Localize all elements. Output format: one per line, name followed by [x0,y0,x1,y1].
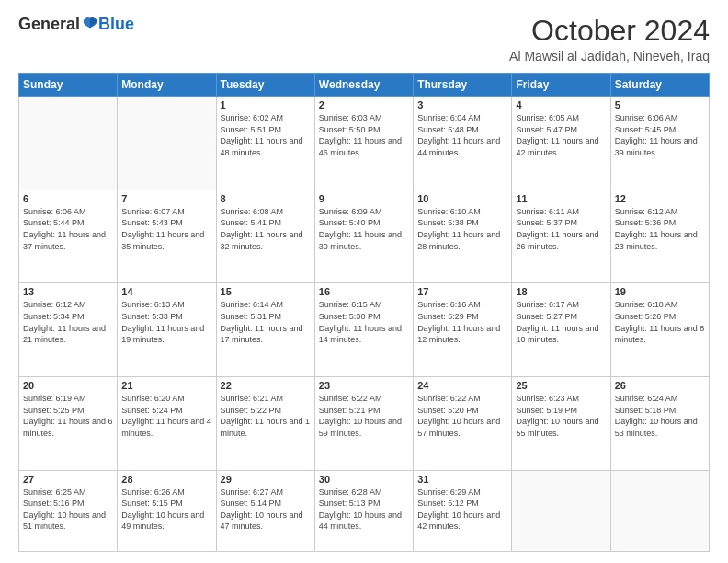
day-info: Sunrise: 6:20 AM Sunset: 5:24 PM Dayligh… [121,393,211,439]
calendar-day-header: Saturday [610,74,709,97]
calendar-week-row: 27Sunrise: 6:25 AM Sunset: 5:16 PM Dayli… [19,470,710,551]
day-info: Sunrise: 6:11 AM Sunset: 5:37 PM Dayligh… [516,206,606,252]
day-number: 23 [319,380,409,391]
calendar-cell: 8Sunrise: 6:08 AM Sunset: 5:41 PM Daylig… [216,190,314,283]
calendar-cell: 17Sunrise: 6:16 AM Sunset: 5:29 PM Dayli… [414,283,512,377]
calendar-header-row: SundayMondayTuesdayWednesdayThursdayFrid… [19,74,710,97]
day-info: Sunrise: 6:17 AM Sunset: 5:27 PM Dayligh… [516,299,606,345]
calendar-cell: 12Sunrise: 6:12 AM Sunset: 5:36 PM Dayli… [610,190,709,283]
calendar-cell [512,470,610,551]
day-number: 26 [615,380,705,391]
calendar-cell: 6Sunrise: 6:06 AM Sunset: 5:44 PM Daylig… [19,190,118,283]
calendar-day-header: Thursday [414,74,512,97]
day-number: 16 [319,286,409,297]
calendar-table: SundayMondayTuesdayWednesdayThursdayFrid… [18,73,710,552]
day-info: Sunrise: 6:14 AM Sunset: 5:31 PM Dayligh… [221,299,311,345]
day-number: 30 [319,474,409,485]
calendar-cell: 14Sunrise: 6:13 AM Sunset: 5:33 PM Dayli… [118,283,216,377]
day-info: Sunrise: 6:12 AM Sunset: 5:36 PM Dayligh… [615,206,705,252]
location-title: Al Mawsil al Jadidah, Nineveh, Iraq [509,49,710,63]
day-info: Sunrise: 6:18 AM Sunset: 5:26 PM Dayligh… [615,299,705,345]
day-number: 6 [23,193,113,204]
day-info: Sunrise: 6:27 AM Sunset: 5:14 PM Dayligh… [221,487,311,533]
day-info: Sunrise: 6:28 AM Sunset: 5:13 PM Dayligh… [319,487,409,533]
calendar-cell: 5Sunrise: 6:06 AM Sunset: 5:45 PM Daylig… [610,97,709,190]
day-info: Sunrise: 6:12 AM Sunset: 5:34 PM Dayligh… [23,299,113,345]
calendar-cell: 13Sunrise: 6:12 AM Sunset: 5:34 PM Dayli… [19,283,118,377]
day-number: 22 [221,380,311,391]
calendar-cell: 9Sunrise: 6:09 AM Sunset: 5:40 PM Daylig… [314,190,413,283]
calendar-cell [118,97,216,190]
calendar-week-row: 20Sunrise: 6:19 AM Sunset: 5:25 PM Dayli… [19,376,710,470]
day-number: 29 [221,474,311,485]
calendar-cell: 28Sunrise: 6:26 AM Sunset: 5:15 PM Dayli… [118,470,216,551]
day-info: Sunrise: 6:10 AM Sunset: 5:38 PM Dayligh… [417,206,507,252]
day-number: 12 [615,193,705,204]
day-info: Sunrise: 6:06 AM Sunset: 5:44 PM Dayligh… [23,206,113,252]
month-title: October 2024 [509,15,710,47]
calendar-cell: 11Sunrise: 6:11 AM Sunset: 5:37 PM Dayli… [512,190,610,283]
day-number: 11 [516,193,606,204]
day-info: Sunrise: 6:19 AM Sunset: 5:25 PM Dayligh… [23,393,113,439]
calendar-cell: 1Sunrise: 6:02 AM Sunset: 5:51 PM Daylig… [216,97,314,190]
calendar-cell: 3Sunrise: 6:04 AM Sunset: 5:48 PM Daylig… [414,97,512,190]
day-number: 8 [221,193,311,204]
day-number: 5 [615,99,705,110]
day-info: Sunrise: 6:25 AM Sunset: 5:16 PM Dayligh… [23,487,113,533]
day-number: 25 [516,380,606,391]
calendar-cell: 25Sunrise: 6:23 AM Sunset: 5:19 PM Dayli… [512,376,610,470]
calendar-cell [19,97,118,190]
day-info: Sunrise: 6:24 AM Sunset: 5:18 PM Dayligh… [615,393,705,439]
day-info: Sunrise: 6:02 AM Sunset: 5:51 PM Dayligh… [221,112,311,158]
calendar-cell: 27Sunrise: 6:25 AM Sunset: 5:16 PM Dayli… [19,470,118,551]
day-info: Sunrise: 6:06 AM Sunset: 5:45 PM Dayligh… [615,112,705,158]
day-info: Sunrise: 6:04 AM Sunset: 5:48 PM Dayligh… [417,112,507,158]
day-info: Sunrise: 6:21 AM Sunset: 5:22 PM Dayligh… [221,393,311,439]
day-number: 27 [23,474,113,485]
day-number: 10 [417,193,507,204]
calendar-cell: 26Sunrise: 6:24 AM Sunset: 5:18 PM Dayli… [610,376,709,470]
day-number: 20 [23,380,113,391]
calendar-cell: 10Sunrise: 6:10 AM Sunset: 5:38 PM Dayli… [414,190,512,283]
day-number: 14 [121,286,211,297]
day-number: 15 [221,286,311,297]
calendar-cell: 20Sunrise: 6:19 AM Sunset: 5:25 PM Dayli… [19,376,118,470]
day-number: 21 [121,380,211,391]
day-info: Sunrise: 6:22 AM Sunset: 5:21 PM Dayligh… [319,393,409,439]
calendar-cell: 23Sunrise: 6:22 AM Sunset: 5:21 PM Dayli… [314,376,413,470]
logo: General Blue [18,15,134,34]
day-number: 19 [615,286,705,297]
day-info: Sunrise: 6:16 AM Sunset: 5:29 PM Dayligh… [417,299,507,345]
day-number: 24 [417,380,507,391]
day-info: Sunrise: 6:05 AM Sunset: 5:47 PM Dayligh… [516,112,606,158]
calendar-week-row: 1Sunrise: 6:02 AM Sunset: 5:51 PM Daylig… [19,97,710,190]
logo-blue-text: Blue [98,15,134,34]
day-info: Sunrise: 6:07 AM Sunset: 5:43 PM Dayligh… [121,206,211,252]
calendar-day-header: Friday [512,74,610,97]
day-number: 2 [319,99,409,110]
calendar-cell: 19Sunrise: 6:18 AM Sunset: 5:26 PM Dayli… [610,283,709,377]
title-block: October 2024 Al Mawsil al Jadidah, Ninev… [509,15,710,63]
calendar-day-header: Sunday [19,74,118,97]
day-number: 18 [516,286,606,297]
page: General Blue October 2024 Al Mawsil al J… [0,0,728,563]
day-number: 28 [121,474,211,485]
day-number: 4 [516,99,606,110]
day-number: 9 [319,193,409,204]
day-number: 3 [417,99,507,110]
calendar-cell: 2Sunrise: 6:03 AM Sunset: 5:50 PM Daylig… [314,97,413,190]
calendar-day-header: Tuesday [216,74,314,97]
calendar-cell: 16Sunrise: 6:15 AM Sunset: 5:30 PM Dayli… [314,283,413,377]
day-info: Sunrise: 6:03 AM Sunset: 5:50 PM Dayligh… [319,112,409,158]
day-number: 13 [23,286,113,297]
calendar-cell [610,470,709,551]
day-number: 17 [417,286,507,297]
calendar-cell: 21Sunrise: 6:20 AM Sunset: 5:24 PM Dayli… [118,376,216,470]
day-info: Sunrise: 6:08 AM Sunset: 5:41 PM Dayligh… [221,206,311,252]
calendar-cell: 15Sunrise: 6:14 AM Sunset: 5:31 PM Dayli… [216,283,314,377]
day-number: 1 [221,99,311,110]
day-info: Sunrise: 6:09 AM Sunset: 5:40 PM Dayligh… [319,206,409,252]
calendar-cell: 24Sunrise: 6:22 AM Sunset: 5:20 PM Dayli… [414,376,512,470]
calendar-cell: 29Sunrise: 6:27 AM Sunset: 5:14 PM Dayli… [216,470,314,551]
calendar-cell: 18Sunrise: 6:17 AM Sunset: 5:27 PM Dayli… [512,283,610,377]
